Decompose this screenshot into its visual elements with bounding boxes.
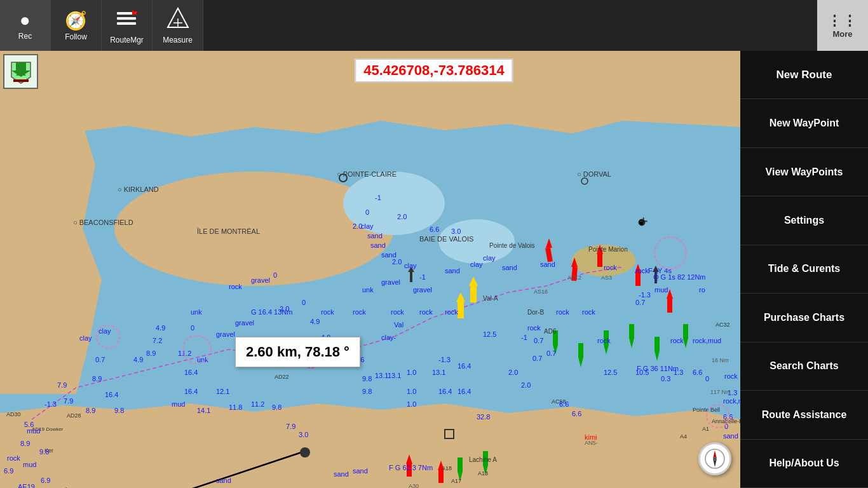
svg-text:16.4: 16.4 [184, 369, 198, 376]
svg-text:14.1: 14.1 [197, 407, 210, 414]
svg-text:3.0: 3.0 [299, 431, 308, 438]
svg-rect-23 [597, 254, 602, 267]
svg-text:13.1: 13.1 [432, 369, 445, 376]
svg-point-259 [714, 458, 717, 461]
svg-text:6.9: 6.9 [41, 477, 50, 484]
svg-text:AC32: AC32 [715, 322, 730, 328]
svg-text:9.8: 9.8 [272, 403, 281, 411]
svg-rect-41 [654, 337, 660, 351]
svg-rect-254 [13, 79, 29, 82]
svg-text:gravel: gravel [216, 330, 235, 338]
new-route-button[interactable]: New Route [740, 51, 868, 99]
svg-text:-1: -1 [521, 334, 527, 341]
svg-text:2.0: 2.0 [397, 213, 407, 220]
svg-text:rock: rock [353, 308, 366, 316]
svg-text:rock: rock [445, 308, 458, 316]
svg-rect-39 [629, 324, 634, 338]
svg-text:8.9: 8.9 [146, 349, 156, 357]
new-waypoint-button[interactable]: New WayPoint [740, 99, 868, 147]
svg-text:12.5: 12.5 [604, 369, 617, 376]
svg-text:2.0: 2.0 [392, 258, 402, 266]
svg-text:○ DORVAL: ○ DORVAL [577, 170, 611, 178]
svg-text:ro: ro [699, 286, 705, 294]
view-waypoints-button[interactable]: View WayPoints [740, 148, 868, 196]
routemgr-button[interactable]: RouteMgr [102, 0, 153, 51]
more-dots-icon: ⋮⋮ [827, 13, 858, 29]
download-button[interactable] [3, 54, 38, 89]
svg-text:2.0: 2.0 [508, 369, 518, 376]
svg-text:16.4: 16.4 [458, 388, 471, 395]
svg-text:0.7: 0.7 [534, 337, 543, 344]
more-button[interactable]: ⋮⋮ More [817, 0, 868, 51]
svg-text:12.5: 12.5 [483, 330, 496, 338]
svg-text:6.6: 6.6 [430, 226, 439, 233]
svg-text:mud: mud [23, 461, 36, 468]
svg-text:0.3: 0.3 [661, 375, 670, 383]
svg-text:mud: mud [27, 427, 40, 435]
svg-text:A4: A4 [680, 433, 687, 440]
route-assistance-button[interactable]: Route Assistance [740, 391, 868, 439]
svg-text:rock: rock [229, 283, 242, 290]
follow-button[interactable]: 🧭 Follow [51, 0, 102, 51]
svg-text:Dor-B: Dor-B [527, 309, 544, 316]
svg-text:11.8: 11.8 [229, 403, 242, 411]
svg-text:sand: sand [353, 467, 368, 475]
compass-button[interactable] [698, 442, 731, 475]
rec-button[interactable]: ● Rec [0, 0, 51, 51]
svg-text:1.0: 1.0 [407, 369, 416, 376]
help-about-label: Help/About Us [769, 458, 839, 469]
svg-text:gravel: gravel [381, 278, 400, 286]
svg-marker-11 [0, 102, 102, 394]
svg-text:AS16: AS16 [534, 288, 548, 295]
follow-label: Follow [65, 32, 87, 41]
svg-text:clay: clay [483, 254, 496, 262]
svg-text:1.0: 1.0 [407, 388, 416, 395]
coords-text: 45.426708,-73.786314 [363, 62, 504, 78]
search-charts-button[interactable]: Search Charts [740, 342, 868, 391]
svg-text:AD6: AD6 [544, 328, 557, 335]
svg-text:A17: A17 [451, 478, 461, 484]
svg-rect-27 [667, 299, 672, 313]
svg-text:16 Nm: 16 Nm [712, 357, 729, 363]
svg-text:rock: rock [7, 454, 20, 462]
svg-text:rock: rock [582, 308, 595, 316]
measure-button[interactable]: Measure [153, 0, 203, 51]
svg-rect-51 [458, 302, 464, 318]
svg-text:rock: rock [604, 264, 617, 271]
measure-icon [166, 7, 189, 34]
svg-text:11.2: 11.2 [251, 400, 264, 408]
svg-text:3.0: 3.0 [451, 227, 461, 235]
svg-text:AS12: AS12 [567, 274, 581, 281]
svg-text:6.6: 6.6 [723, 413, 733, 421]
svg-text:A1: A1 [702, 426, 709, 432]
svg-text:9.8: 9.8 [362, 375, 372, 383]
settings-label: Settings [784, 215, 824, 226]
tide-currents-button[interactable]: Tide & Curents [740, 245, 868, 294]
help-about-button[interactable]: Help/About Us [740, 440, 868, 488]
settings-button[interactable]: Settings [740, 196, 868, 245]
svg-text:7.9: 7.9 [57, 381, 67, 389]
svg-text:Pointe de Valois: Pointe de Valois [489, 242, 535, 249]
svg-text:0: 0 [705, 375, 709, 383]
svg-text:clay: clay [361, 222, 374, 230]
svg-text:13.1: 13.1 [375, 372, 388, 379]
svg-text:0: 0 [365, 208, 369, 216]
svg-text:0.7: 0.7 [532, 355, 542, 362]
svg-text:8.9: 8.9 [20, 440, 30, 447]
svg-text:8.9: 8.9 [86, 407, 95, 414]
map-area[interactable]: ✛ ○ POINTE-CLAIRE ○ DORVAL ○ KIRKLAND ÎL… [0, 51, 740, 488]
purchase-charts-button[interactable]: Purchase Charts [740, 294, 868, 342]
svg-text:sand: sand [367, 232, 383, 240]
search-charts-label: Search Charts [770, 360, 839, 372]
measure-tooltip: 2.60 km, 78.18 ° [235, 337, 360, 367]
svg-text:sand: sand [381, 251, 397, 259]
svg-text:A30: A30 [409, 483, 419, 488]
svg-text:sand: sand [540, 261, 555, 268]
svg-text:Pointe Bell: Pointe Bell [693, 407, 720, 413]
svg-text:rock: rock [556, 308, 569, 316]
svg-text:-1: -1 [375, 194, 381, 201]
svg-text:16.4: 16.4 [458, 362, 471, 370]
svg-text:8.9: 8.9 [92, 375, 102, 383]
rec-label: Rec [18, 32, 32, 41]
svg-text:Q G 1s 82 12Nm: Q G 1s 82 12Nm [653, 273, 706, 281]
